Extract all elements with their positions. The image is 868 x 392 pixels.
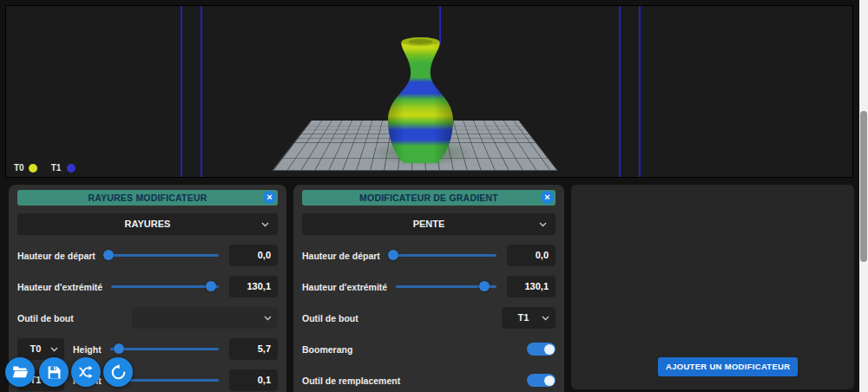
t0-height-slider[interactable] <box>110 338 219 360</box>
start-height-row: Hauteur de départ 0,0 <box>302 245 556 266</box>
end-height-label: Hauteur d'extrémité <box>302 282 387 292</box>
modifier-type-select[interactable]: RAYURES <box>17 213 278 235</box>
t0-color-dot <box>29 164 37 173</box>
end-tool-select[interactable]: T1 <box>502 307 556 329</box>
panel-title: RAYURES MODIFICATEUR <box>88 193 207 203</box>
t0-tool-value: T0 <box>30 343 42 354</box>
t0-tool-select[interactable]: T0 <box>17 338 64 360</box>
folder-open-icon <box>12 365 29 379</box>
save-button[interactable] <box>39 357 69 387</box>
chevron-down-icon <box>264 316 272 321</box>
end-height-value[interactable]: 130,1 <box>229 276 278 297</box>
panel-header: MODIFICATEUR DE GRADIENT × <box>302 190 556 206</box>
start-height-value[interactable]: 0,0 <box>229 245 278 266</box>
build-volume-edge <box>181 6 182 178</box>
boomerang-row: Boomerang <box>302 338 556 360</box>
t0-height-row: T0 Height 5,7 <box>17 338 278 360</box>
end-height-slider[interactable] <box>111 276 219 297</box>
boomerang-toggle[interactable] <box>527 343 556 356</box>
viewport-3d[interactable]: T0 T1 <box>5 5 853 178</box>
end-height-slider[interactable] <box>396 276 496 297</box>
end-tool-label: Outil de bout <box>302 313 358 323</box>
start-height-row: Hauteur de départ 0,0 <box>17 245 278 266</box>
start-height-value[interactable]: 0,0 <box>507 245 556 266</box>
replacement-tool-row: Outil de remplacement <box>302 369 556 391</box>
modifier-type-value: RAYURES <box>125 219 171 229</box>
close-icon[interactable]: × <box>263 191 276 204</box>
panel-title: MODIFICATEUR DE GRADIENT <box>359 193 498 203</box>
t1-height-value[interactable]: 0,1 <box>229 369 278 391</box>
end-height-row: Hauteur d'extrémité 130,1 <box>302 276 556 297</box>
reset-rotate-icon <box>110 364 127 381</box>
end-height-row: Hauteur d'extrémité 130,1 <box>17 276 278 297</box>
chevron-down-icon <box>261 222 269 227</box>
t0-height-label: Height <box>73 344 102 355</box>
end-tool-value: T1 <box>518 312 529 323</box>
boomerang-label: Boomerang <box>302 344 352 355</box>
swap-arrows-icon <box>78 365 94 379</box>
end-tool-row: Outil de bout <box>17 307 278 329</box>
save-icon <box>47 365 62 380</box>
end-tool-label: Outil de bout <box>17 313 74 323</box>
chevron-down-icon <box>50 347 58 352</box>
end-tool-select[interactable] <box>132 307 278 329</box>
start-height-slider[interactable] <box>104 245 219 266</box>
add-modifier-button[interactable]: AJOUTER UN MODIFICATEUR <box>658 357 798 376</box>
start-height-label: Hauteur de départ <box>302 251 380 261</box>
vase-model <box>378 36 463 166</box>
build-volume-edge <box>619 6 621 178</box>
replacement-tool-toggle[interactable] <box>527 374 556 387</box>
legend-label-t0: T0 <box>14 163 24 173</box>
panel-header: RAYURES MODIFICATEUR × <box>17 190 278 206</box>
t0-height-value[interactable]: 5,7 <box>229 338 278 360</box>
start-height-label: Hauteur de départ <box>17 251 95 261</box>
end-tool-row: Outil de bout T1 <box>302 307 556 329</box>
page-scrollbar[interactable] <box>859 0 868 392</box>
legend-label-t1: T1 <box>51 163 62 173</box>
build-volume-edge <box>639 6 641 178</box>
close-icon[interactable]: × <box>541 191 554 204</box>
modifier-type-value: PENTE <box>413 219 445 229</box>
chevron-down-icon <box>539 222 547 227</box>
tool-legend: T0 T1 <box>14 163 76 173</box>
start-height-slider[interactable] <box>389 245 496 266</box>
t1-color-dot <box>67 164 76 173</box>
scrollbar-thumb[interactable] <box>860 111 867 262</box>
replacement-tool-label: Outil de remplacement <box>302 376 400 386</box>
swap-tools-button[interactable] <box>71 357 101 387</box>
build-volume-edge <box>201 6 202 178</box>
panel-modificateur-gradient: MODIFICATEUR DE GRADIENT × PENTE Hauteur… <box>293 185 564 392</box>
chevron-down-icon <box>542 316 549 321</box>
modifier-type-select[interactable]: PENTE <box>302 213 556 235</box>
app-root: T0 T1 RAYURES MODIFICATEUR × RAYURES Hau… <box>0 0 868 392</box>
reset-button[interactable] <box>103 357 133 387</box>
end-height-value[interactable]: 130,1 <box>507 276 556 297</box>
end-height-label: Hauteur d'extrémité <box>17 282 102 292</box>
open-file-button[interactable] <box>5 357 35 387</box>
